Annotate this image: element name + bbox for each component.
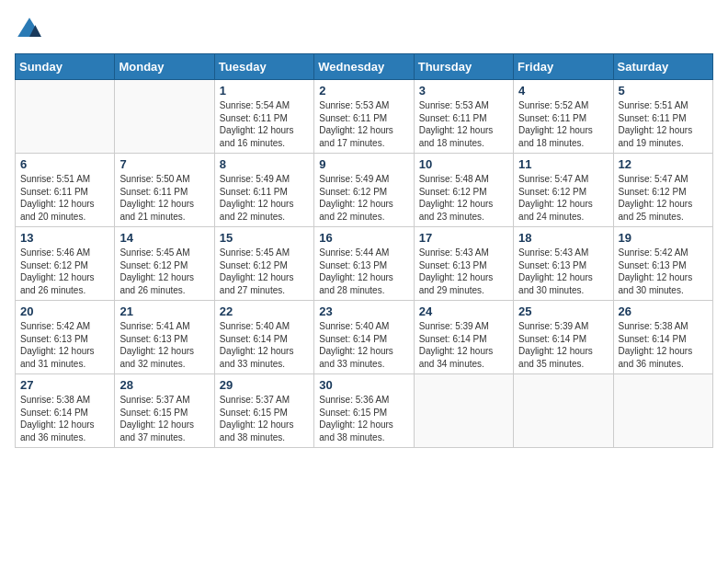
calendar-cell: 2Sunrise: 5:53 AM Sunset: 6:11 PM Daylig… — [314, 80, 414, 154]
day-number: 10 — [419, 157, 508, 171]
calendar-week-4: 20Sunrise: 5:42 AM Sunset: 6:13 PM Dayli… — [16, 301, 713, 374]
day-info: Sunrise: 5:48 AM Sunset: 6:12 PM Dayligh… — [419, 173, 508, 223]
day-header-tuesday: Tuesday — [214, 54, 313, 80]
calendar-cell: 6Sunrise: 5:51 AM Sunset: 6:11 PM Daylig… — [16, 154, 115, 227]
calendar-cell: 28Sunrise: 5:37 AM Sunset: 6:15 PM Dayli… — [115, 374, 214, 448]
day-info: Sunrise: 5:51 AM Sunset: 6:11 PM Dayligh… — [20, 173, 109, 223]
calendar-cell: 23Sunrise: 5:40 AM Sunset: 6:14 PM Dayli… — [314, 301, 414, 374]
day-number: 30 — [319, 378, 408, 392]
day-info: Sunrise: 5:40 AM Sunset: 6:14 PM Dayligh… — [220, 320, 309, 370]
calendar-cell: 27Sunrise: 5:38 AM Sunset: 6:14 PM Dayli… — [16, 374, 115, 448]
day-info: Sunrise: 5:49 AM Sunset: 6:11 PM Dayligh… — [220, 173, 309, 223]
logo — [15, 15, 48, 44]
calendar-cell: 11Sunrise: 5:47 AM Sunset: 6:12 PM Dayli… — [514, 154, 613, 227]
day-info: Sunrise: 5:46 AM Sunset: 6:12 PM Dayligh… — [20, 247, 109, 296]
day-info: Sunrise: 5:44 AM Sunset: 6:13 PM Dayligh… — [319, 247, 408, 296]
day-info: Sunrise: 5:41 AM Sunset: 6:13 PM Dayligh… — [119, 320, 209, 370]
day-info: Sunrise: 5:52 AM Sunset: 6:11 PM Dayligh… — [518, 99, 608, 149]
day-info: Sunrise: 5:54 AM Sunset: 6:11 PM Dayligh… — [220, 99, 309, 149]
day-info: Sunrise: 5:43 AM Sunset: 6:13 PM Dayligh… — [419, 247, 508, 296]
day-number: 1 — [220, 84, 309, 98]
day-info: Sunrise: 5:43 AM Sunset: 6:13 PM Dayligh… — [518, 247, 608, 296]
calendar-cell — [16, 80, 115, 154]
day-info: Sunrise: 5:40 AM Sunset: 6:14 PM Dayligh… — [319, 320, 408, 370]
calendar-cell: 5Sunrise: 5:51 AM Sunset: 6:11 PM Daylig… — [613, 80, 712, 154]
day-info: Sunrise: 5:49 AM Sunset: 6:12 PM Dayligh… — [319, 173, 408, 223]
calendar-week-3: 13Sunrise: 5:46 AM Sunset: 6:12 PM Dayli… — [16, 227, 713, 301]
day-header-friday: Friday — [514, 54, 613, 80]
day-info: Sunrise: 5:42 AM Sunset: 6:13 PM Dayligh… — [619, 247, 708, 296]
day-number: 13 — [20, 231, 109, 245]
day-info: Sunrise: 5:37 AM Sunset: 6:15 PM Dayligh… — [119, 394, 209, 443]
day-info: Sunrise: 5:53 AM Sunset: 6:11 PM Dayligh… — [319, 99, 408, 149]
day-number: 9 — [319, 157, 408, 171]
day-number: 19 — [619, 231, 708, 245]
calendar-cell: 16Sunrise: 5:44 AM Sunset: 6:13 PM Dayli… — [314, 227, 414, 301]
day-header-sunday: Sunday — [16, 54, 115, 80]
day-info: Sunrise: 5:45 AM Sunset: 6:12 PM Dayligh… — [220, 247, 309, 296]
calendar-cell — [514, 374, 613, 448]
day-number: 18 — [518, 231, 608, 245]
day-number: 21 — [119, 304, 209, 318]
calendar-cell: 14Sunrise: 5:45 AM Sunset: 6:12 PM Dayli… — [115, 227, 214, 301]
day-info: Sunrise: 5:42 AM Sunset: 6:13 PM Dayligh… — [20, 320, 109, 370]
day-number: 11 — [518, 157, 608, 171]
logo-icon — [15, 15, 44, 44]
day-info: Sunrise: 5:39 AM Sunset: 6:14 PM Dayligh… — [518, 320, 608, 370]
calendar-cell: 17Sunrise: 5:43 AM Sunset: 6:13 PM Dayli… — [414, 227, 513, 301]
calendar-cell: 20Sunrise: 5:42 AM Sunset: 6:13 PM Dayli… — [16, 301, 115, 374]
day-number: 26 — [619, 304, 708, 318]
day-number: 15 — [220, 231, 309, 245]
calendar-cell: 21Sunrise: 5:41 AM Sunset: 6:13 PM Dayli… — [115, 301, 214, 374]
day-number: 4 — [518, 84, 608, 98]
day-number: 12 — [619, 157, 708, 171]
day-info: Sunrise: 5:36 AM Sunset: 6:15 PM Dayligh… — [319, 394, 408, 443]
day-number: 27 — [20, 378, 109, 392]
day-info: Sunrise: 5:38 AM Sunset: 6:14 PM Dayligh… — [20, 394, 109, 443]
day-number: 20 — [20, 304, 109, 318]
day-number: 14 — [119, 231, 209, 245]
day-number: 24 — [419, 304, 508, 318]
calendar-week-2: 6Sunrise: 5:51 AM Sunset: 6:11 PM Daylig… — [16, 154, 713, 227]
day-header-monday: Monday — [115, 54, 214, 80]
calendar-week-1: 1Sunrise: 5:54 AM Sunset: 6:11 PM Daylig… — [16, 80, 713, 154]
calendar-cell: 1Sunrise: 5:54 AM Sunset: 6:11 PM Daylig… — [214, 80, 313, 154]
calendar-cell: 18Sunrise: 5:43 AM Sunset: 6:13 PM Dayli… — [514, 227, 613, 301]
calendar-cell: 29Sunrise: 5:37 AM Sunset: 6:15 PM Dayli… — [214, 374, 313, 448]
page-header — [15, 15, 713, 44]
day-number: 6 — [20, 157, 109, 171]
day-number: 8 — [220, 157, 309, 171]
day-info: Sunrise: 5:50 AM Sunset: 6:11 PM Dayligh… — [119, 173, 209, 223]
day-info: Sunrise: 5:39 AM Sunset: 6:14 PM Dayligh… — [419, 320, 508, 370]
day-number: 2 — [319, 84, 408, 98]
calendar-cell: 15Sunrise: 5:45 AM Sunset: 6:12 PM Dayli… — [214, 227, 313, 301]
day-info: Sunrise: 5:47 AM Sunset: 6:12 PM Dayligh… — [619, 173, 708, 223]
day-number: 29 — [220, 378, 309, 392]
day-number: 17 — [419, 231, 508, 245]
day-number: 3 — [419, 84, 508, 98]
calendar-cell: 10Sunrise: 5:48 AM Sunset: 6:12 PM Dayli… — [414, 154, 513, 227]
day-number: 23 — [319, 304, 408, 318]
calendar-cell: 9Sunrise: 5:49 AM Sunset: 6:12 PM Daylig… — [314, 154, 414, 227]
day-info: Sunrise: 5:45 AM Sunset: 6:12 PM Dayligh… — [119, 247, 209, 296]
calendar-cell: 30Sunrise: 5:36 AM Sunset: 6:15 PM Dayli… — [314, 374, 414, 448]
calendar-cell: 24Sunrise: 5:39 AM Sunset: 6:14 PM Dayli… — [414, 301, 513, 374]
day-header-wednesday: Wednesday — [314, 54, 414, 80]
day-number: 5 — [619, 84, 708, 98]
day-info: Sunrise: 5:37 AM Sunset: 6:15 PM Dayligh… — [220, 394, 309, 443]
calendar-table: SundayMondayTuesdayWednesdayThursdayFrid… — [15, 53, 713, 448]
day-info: Sunrise: 5:53 AM Sunset: 6:11 PM Dayligh… — [419, 99, 508, 149]
day-header-saturday: Saturday — [613, 54, 712, 80]
calendar-cell — [414, 374, 513, 448]
day-number: 28 — [119, 378, 209, 392]
calendar-cell: 26Sunrise: 5:38 AM Sunset: 6:14 PM Dayli… — [613, 301, 712, 374]
calendar-week-5: 27Sunrise: 5:38 AM Sunset: 6:14 PM Dayli… — [16, 374, 713, 448]
day-info: Sunrise: 5:47 AM Sunset: 6:12 PM Dayligh… — [518, 173, 608, 223]
day-header-thursday: Thursday — [414, 54, 513, 80]
calendar-cell — [613, 374, 712, 448]
day-info: Sunrise: 5:38 AM Sunset: 6:14 PM Dayligh… — [619, 320, 708, 370]
calendar-cell: 19Sunrise: 5:42 AM Sunset: 6:13 PM Dayli… — [613, 227, 712, 301]
day-number: 16 — [319, 231, 408, 245]
day-info: Sunrise: 5:51 AM Sunset: 6:11 PM Dayligh… — [619, 99, 708, 149]
calendar-header-row: SundayMondayTuesdayWednesdayThursdayFrid… — [16, 54, 713, 80]
